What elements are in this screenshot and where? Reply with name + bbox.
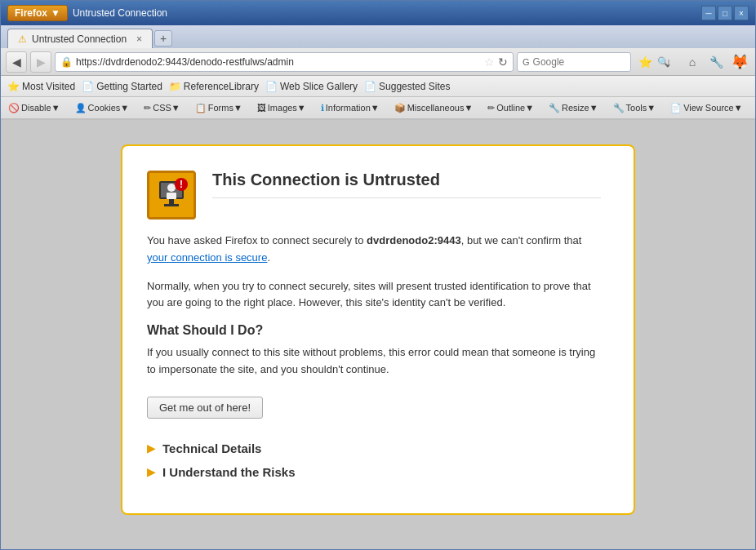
technical-details-toggle[interactable]: ▶ Technical Details <box>147 441 601 455</box>
title-bar-left: Firefox ▼ Untrusted Connection <box>7 5 167 21</box>
title-bar-controls: ─ □ × <box>701 6 749 20</box>
most-visited-label: Most Visited <box>22 81 75 92</box>
svg-point-5 <box>167 184 176 192</box>
maximize-button[interactable]: □ <box>718 6 732 20</box>
forward-icon: ▶ <box>37 55 46 69</box>
error-para1-host: dvdrdenodo2:9443 <box>367 234 461 246</box>
lock-icon: 🔒 <box>60 56 73 68</box>
css-label: CSS▼ <box>153 103 180 113</box>
bookmark-star-icon[interactable]: ☆ <box>484 55 495 69</box>
home-button[interactable]: ⌂ <box>682 51 703 73</box>
dev-view-source-button[interactable]: 📄 View Source▼ <box>668 101 745 115</box>
back-button[interactable]: ◀ <box>6 51 27 73</box>
cookies-label: Cookies▼ <box>88 103 130 113</box>
search-engine-label: G <box>521 57 531 67</box>
tools-icon: 🔧 <box>613 103 625 113</box>
nav-bar: ◀ ▶ 🔒 ☆ ↻ G 🔍 ⭐ ↓ ⌂ 🔧 🦊 <box>1 48 755 76</box>
downloads-button[interactable]: ↓ <box>658 51 679 73</box>
svg-rect-4 <box>164 204 179 206</box>
error-icon-box: ! <box>147 171 196 220</box>
escape-button[interactable]: Get me out of here! <box>147 397 263 419</box>
error-para1-end: . <box>267 251 270 264</box>
error-card: ! This Connection is Untrusted You have … <box>121 144 635 515</box>
dev-forms-button[interactable]: 📋 Forms▼ <box>193 101 245 115</box>
dev-disable-button[interactable]: 🚫 Disable▼ <box>6 101 63 115</box>
content-area: ! This Connection is Untrusted You have … <box>1 120 755 549</box>
forward-button[interactable]: ▶ <box>30 51 51 73</box>
close-button[interactable]: × <box>734 6 749 20</box>
back-icon: ◀ <box>12 55 21 69</box>
bookmark-web-slice-gallery[interactable]: 📄 Web Slice Gallery <box>265 81 358 92</box>
firefox-dropdown-icon: ▼ <box>51 7 60 19</box>
tab-bar: ⚠ Untrusted Connection × + <box>1 25 755 48</box>
dev-misc-button[interactable]: 📦 Miscellaneous▼ <box>392 101 476 115</box>
browser-window: Firefox ▼ Untrusted Connection ─ □ × ⚠ U… <box>0 0 756 550</box>
error-title-block: This Connection is Untrusted <box>212 171 601 198</box>
forms-label: Forms▼ <box>208 103 242 113</box>
getting-started-icon: 📄 <box>82 81 94 92</box>
search-bar: G 🔍 <box>517 52 631 72</box>
understand-risks-arrow-icon: ▶ <box>147 465 156 478</box>
minimize-button[interactable]: ─ <box>701 6 716 20</box>
images-label: Images▼ <box>268 103 306 113</box>
information-label: Information▼ <box>326 103 380 113</box>
understand-risks-label: I Understand the Risks <box>162 465 296 479</box>
address-input[interactable] <box>76 56 481 68</box>
error-title: This Connection is Untrusted <box>212 171 601 198</box>
technical-details-label: Technical Details <box>162 441 261 455</box>
web-slice-icon: 📄 <box>265 81 278 92</box>
new-tab-button[interactable]: + <box>154 30 172 47</box>
tab-warning-icon: ⚠ <box>18 33 27 45</box>
dev-outline-button[interactable]: ✏ Outline▼ <box>485 101 536 115</box>
dev-toolbar: 🚫 Disable▼ 👤 Cookies▼ ✏ CSS▼ 📋 Forms▼ 🖼 … <box>1 97 755 120</box>
error-para3: If you usually connect to this site with… <box>147 344 601 379</box>
what-to-do-title: What Should I Do? <box>147 323 601 338</box>
tools-button[interactable]: 🔧 <box>705 51 727 73</box>
dev-information-button[interactable]: ℹ Information▼ <box>318 101 382 115</box>
cookies-icon: 👤 <box>75 103 87 113</box>
address-bar[interactable]: 🔒 ☆ ↻ <box>55 52 514 72</box>
reference-library-label: ReferenceLibrary <box>184 81 259 92</box>
error-para1-suffix: , but we can't confirm that <box>461 234 582 246</box>
error-para1-link[interactable]: your connection is secure <box>147 251 267 264</box>
error-header: ! This Connection is Untrusted <box>147 171 601 220</box>
bookmarks-button[interactable]: ⭐ <box>634 51 656 73</box>
view-source-label: View Source▼ <box>683 103 742 113</box>
tab-label: Untrusted Connection <box>32 33 127 45</box>
tab-close-button[interactable]: × <box>136 33 142 45</box>
window-title: Untrusted Connection <box>73 7 167 19</box>
info-icon: ℹ <box>321 103 324 113</box>
resize-label: Resize▼ <box>562 103 598 113</box>
error-para1: You have asked Firefox to connect secure… <box>147 233 601 267</box>
dev-css-button[interactable]: ✏ CSS▼ <box>141 101 183 115</box>
dev-resize-button[interactable]: 🔧 Resize▼ <box>546 101 601 115</box>
outline-label: Outline▼ <box>496 103 534 113</box>
understand-risks-toggle[interactable]: ▶ I Understand the Risks <box>147 465 601 479</box>
bookmark-reference-library[interactable]: 📁 ReferenceLibrary <box>169 81 259 92</box>
nav-tools: ⭐ ↓ ⌂ 🔧 🦊 <box>634 51 750 73</box>
active-tab[interactable]: ⚠ Untrusted Connection × <box>7 29 153 48</box>
error-illustration: ! <box>151 175 192 215</box>
technical-details-arrow-icon: ▶ <box>147 441 156 455</box>
resize-icon: 🔧 <box>549 103 560 113</box>
refresh-button[interactable]: ↻ <box>498 55 508 69</box>
view-source-icon: 📄 <box>670 103 682 113</box>
bookmark-most-visited[interactable]: ⭐ Most Visited <box>7 81 75 92</box>
suggested-sites-label: Suggested Sites <box>379 81 450 92</box>
dev-tools-button[interactable]: 🔧 Tools▼ <box>611 101 659 115</box>
tools-label: Tools▼ <box>626 103 656 113</box>
firefox-menu-button[interactable]: Firefox ▼ <box>7 5 68 21</box>
bookmark-suggested-sites[interactable]: 📄 Suggested Sites <box>364 81 450 92</box>
getting-started-label: Getting Started <box>96 81 162 92</box>
misc-icon: 📦 <box>394 103 406 113</box>
menu-button[interactable]: 🦊 <box>729 51 750 73</box>
error-para2: Normally, when you try to connect secure… <box>147 278 601 313</box>
dev-cookies-button[interactable]: 👤 Cookies▼ <box>73 101 132 115</box>
web-slice-label: Web Slice Gallery <box>280 81 358 92</box>
misc-label: Miscellaneous▼ <box>407 103 474 113</box>
disable-label: Disable▼ <box>21 103 60 113</box>
svg-text:!: ! <box>180 179 183 190</box>
bookmark-getting-started[interactable]: 📄 Getting Started <box>82 81 162 92</box>
dev-images-button[interactable]: 🖼 Images▼ <box>255 101 309 114</box>
suggested-sites-icon: 📄 <box>364 81 376 92</box>
